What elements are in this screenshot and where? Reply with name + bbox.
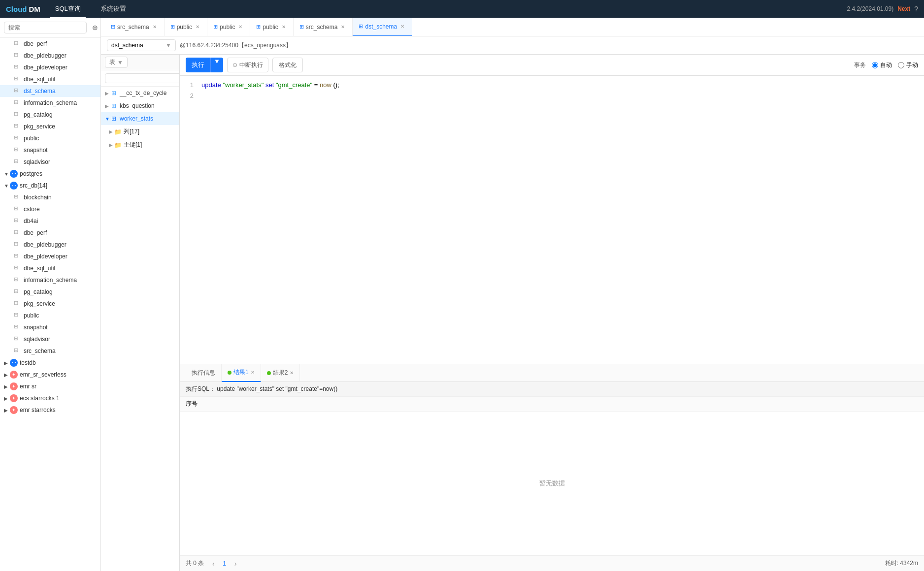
sidebar-item-dbe-sql-util-2[interactable]: ⊞ dbe_sql_util xyxy=(0,262,100,274)
sidebar-item-dbe-perf-1[interactable]: ⊞ dbe_perf xyxy=(0,38,100,50)
sidebar-item-pkg-service-1[interactable]: ⊞ pkg_service xyxy=(0,121,100,132)
prev-page-button[interactable]: ‹ xyxy=(208,558,219,569)
sidebar-item-dbe-pldebugger-1[interactable]: ⊞ dbe_pldebugger xyxy=(0,50,100,62)
schema-icon: ⊞ xyxy=(14,134,22,142)
sidebar-item-emr-sr-severless[interactable]: ▶ ✦ emr_sr_severless xyxy=(0,369,100,381)
item-label: cstore xyxy=(24,206,40,213)
tab-dst-schema[interactable]: ⊞ dst_schema ✕ xyxy=(353,18,412,36)
execute-dropdown-arrow[interactable]: ▼ xyxy=(211,58,223,72)
tab-close-icon[interactable]: ✕ xyxy=(151,24,158,31)
schema-icon: ⊞ xyxy=(14,229,22,237)
results-tab-1[interactable]: 结果1 ✕ xyxy=(222,364,261,382)
result1-close-icon[interactable]: ✕ xyxy=(251,370,255,375)
stop-execute-button[interactable]: ⊙ 中断执行 xyxy=(227,58,268,72)
sidebar-item-snapshot-1[interactable]: ⊞ snapshot xyxy=(0,144,100,156)
tab-close-icon[interactable]: ✕ xyxy=(399,23,406,30)
tx-label: 事务 xyxy=(854,61,866,69)
nav-right: 2.4.2(2024.01.09) Next ? xyxy=(847,5,918,13)
object-search-input[interactable] xyxy=(105,73,180,83)
sidebar-item-sqladvisor-1[interactable]: ⊞ sqladvisor xyxy=(0,156,100,168)
sidebar-item-information-schema-1[interactable]: ⊞ information_schema xyxy=(0,97,100,109)
sidebar-item-postgres-db[interactable]: ▼ ⋯ postgres xyxy=(0,168,100,180)
table-type-selector[interactable]: 表 ▼ xyxy=(105,57,128,68)
tab-src-schema-2[interactable]: ⊞ src_schema ✕ xyxy=(294,18,353,36)
sidebar-item-dbe-pldebugger-2[interactable]: ⊞ dbe_pldebugger xyxy=(0,239,100,251)
sidebar-item-public-2[interactable]: ⊞ public xyxy=(0,310,100,321)
nav-sql[interactable]: SQL查询 xyxy=(50,0,86,18)
results-panel: 执行信息 结果1 ✕ 结果2 ✕ xyxy=(180,364,924,571)
tab-label: public xyxy=(263,24,278,31)
results-tab-info[interactable]: 执行信息 xyxy=(186,364,222,382)
sidebar-item-pkg-service-2[interactable]: ⊞ pkg_service xyxy=(0,298,100,310)
sidebar-item-dbe-pldeveloper-2[interactable]: ⊞ dbe_pldeveloper xyxy=(0,251,100,262)
manual-radio[interactable]: 手动 xyxy=(898,61,918,69)
next-page-button[interactable]: › xyxy=(230,558,241,569)
schema-icon: ⊞ xyxy=(14,52,22,60)
tab-public-2[interactable]: ⊞ public ✕ xyxy=(207,18,250,36)
sidebar-item-public-1[interactable]: ⊞ public xyxy=(0,132,100,144)
sidebar-item-snapshot-2[interactable]: ⊞ snapshot xyxy=(0,321,100,333)
brand-cloud: Cloud xyxy=(6,5,27,13)
arrow-icon: ▶ xyxy=(4,396,10,401)
schema-icon: ⊞ xyxy=(14,205,22,213)
manual-radio-input[interactable] xyxy=(898,62,904,68)
sidebar-item-blockchain[interactable]: ⊞ blockchain xyxy=(0,191,100,203)
format-button[interactable]: 格式化 xyxy=(272,58,303,72)
sidebar-item-emr-sr[interactable]: ▶ ✦ emr sr xyxy=(0,381,100,392)
tab-public-3[interactable]: ⊞ public ✕ xyxy=(250,18,293,36)
sidebar-item-ecs-starrocks[interactable]: ▶ ✦ ecs starrocks 1 xyxy=(0,392,100,404)
sidebar-item-pg-catalog-2[interactable]: ⊞ pg_catalog xyxy=(0,286,100,298)
sidebar-item-src-schema[interactable]: ⊞ src_schema xyxy=(0,345,100,357)
auto-radio[interactable]: 自动 xyxy=(872,61,892,69)
item-label: postgres xyxy=(20,170,42,177)
object-item-cc-tx[interactable]: ▶ ⊞ __cc_tx_de_cycle xyxy=(101,87,179,99)
schema-icon: ⊞ xyxy=(14,241,22,249)
sidebar-item-db4ai[interactable]: ⊞ db4ai xyxy=(0,215,100,227)
tab-close-icon[interactable]: ✕ xyxy=(194,24,201,31)
tab-close-icon[interactable]: ✕ xyxy=(280,24,287,31)
tab-close-icon[interactable]: ✕ xyxy=(237,24,244,31)
sidebar-item-dbe-perf-2[interactable]: ⊞ dbe_perf xyxy=(0,227,100,239)
tab-src-schema-1[interactable]: ⊞ src_schema ✕ xyxy=(105,18,165,36)
result2-close-icon[interactable]: ✕ xyxy=(290,370,294,376)
sql-code-area[interactable]: update "worker_stats" set "gmt_create" =… xyxy=(198,80,924,360)
object-item-worker-stats[interactable]: ▼ ⊞ worker_stats xyxy=(101,112,179,125)
sidebar-item-information-schema-2[interactable]: ⊞ information_schema xyxy=(0,274,100,286)
object-item-kbs-question[interactable]: ▶ ⊞ kbs_question xyxy=(101,99,179,112)
auto-radio-input[interactable] xyxy=(872,62,878,68)
item-label: emr starrocks xyxy=(20,407,56,413)
sidebar-item-dbe-pldeveloper-1[interactable]: ⊞ dbe_pldeveloper xyxy=(0,62,100,73)
schema-icon: ⊞ xyxy=(14,323,22,331)
sidebar-item-dst-schema[interactable]: ⊞ dst_schema xyxy=(0,85,100,97)
sidebar-item-emr-starrocks[interactable]: ▶ ✦ emr starrocks xyxy=(0,404,100,416)
results-tab-2[interactable]: 结果2 ✕ xyxy=(261,364,300,382)
sidebar-item-dbe-sql-util-1[interactable]: ⊞ dbe_sql_util xyxy=(0,73,100,85)
line-num-1: 1 xyxy=(184,80,194,91)
tab-label: public xyxy=(177,24,192,31)
execute-button[interactable]: 执行 ▼ xyxy=(186,58,223,72)
schema-icon: ⊞ xyxy=(14,146,22,154)
sql-parens: (); xyxy=(333,81,339,89)
object-item-columns[interactable]: ▶ 📁 列[17] xyxy=(101,125,179,138)
schema-icon: ⊞ xyxy=(14,63,22,71)
help-icon[interactable]: ? xyxy=(914,5,918,13)
sidebar-item-src-db[interactable]: ▼ ⋯ src_db[14] xyxy=(0,180,100,191)
sidebar-search-input[interactable] xyxy=(4,22,87,33)
tab-public-1[interactable]: ⊞ public ✕ xyxy=(165,18,207,36)
manual-radio-label: 手动 xyxy=(906,61,918,69)
db-icon: ⋯ xyxy=(10,359,18,367)
object-item-primary-key[interactable]: ▶ 📁 主键[1] xyxy=(101,138,179,152)
item-label: dst_schema xyxy=(24,88,56,95)
sidebar-item-cstore[interactable]: ⊞ cstore xyxy=(0,203,100,215)
sidebar-item-pg-catalog-1[interactable]: ⊞ pg_catalog xyxy=(0,109,100,121)
sql-editor[interactable]: 1 2 update "worker_stats" set xyxy=(180,76,924,364)
tab-close-icon[interactable]: ✕ xyxy=(339,24,346,31)
add-icon[interactable]: ⊕ xyxy=(90,22,100,33)
sidebar-item-testdb[interactable]: ▶ ⋯ testdb xyxy=(0,357,100,369)
schema-icon: ⊞ xyxy=(14,111,22,119)
nav-settings[interactable]: 系统设置 xyxy=(96,0,131,18)
schema-selector[interactable]: dst_schema ▼ xyxy=(107,39,176,51)
stop-label: 中断执行 xyxy=(239,61,263,69)
sidebar-item-sqladvisor-2[interactable]: ⊞ sqladvisor xyxy=(0,333,100,345)
arrow-icon: ▶ xyxy=(109,142,114,148)
